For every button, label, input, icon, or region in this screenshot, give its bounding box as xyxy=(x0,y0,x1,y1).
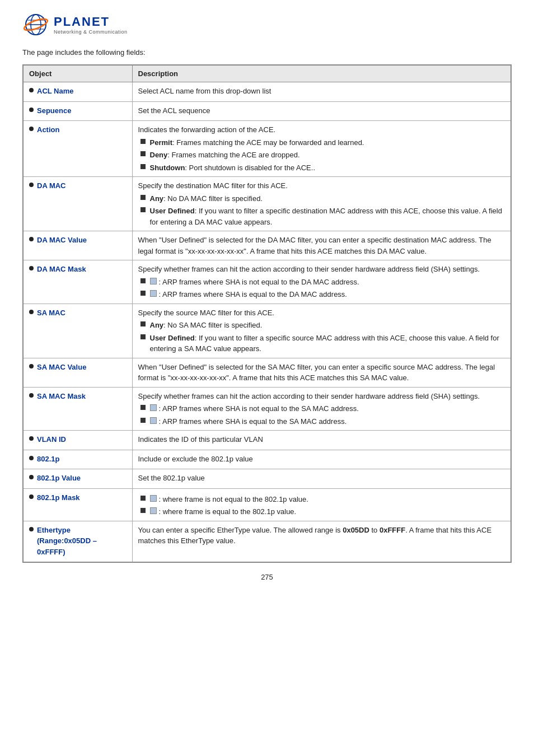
logo-planet-text: PLANET xyxy=(54,15,128,29)
obj-label: SA MAC xyxy=(37,307,65,319)
desc-sub: Deny: Frames matching the ACE are droppe… xyxy=(138,150,505,161)
logo-tagline-text: Networking & Communication xyxy=(54,29,128,35)
bullet-dot xyxy=(29,266,34,270)
object-cell: DA MAC Value xyxy=(23,231,132,260)
desc-sub-text: Deny: Frames matching the ACE are droppe… xyxy=(150,150,300,161)
desc-sub-text: User Defined: If you want to filter a sp… xyxy=(150,333,505,354)
table-row: Ethertype(Range:0x05DD –0xFFFF) You can … xyxy=(23,521,511,562)
bullet-dot xyxy=(29,108,34,112)
description-cell: Specify whether frames can hit the actio… xyxy=(132,387,511,431)
bullet-item: SA MAC Mask xyxy=(29,391,127,402)
bullet-item: SA MAC xyxy=(29,307,127,319)
description-cell: Specify whether frames can hit the actio… xyxy=(132,260,511,304)
desc-sub: User Defined: If you want to filter a sp… xyxy=(138,206,505,227)
square-bullet xyxy=(140,418,146,423)
table-row: VLAN ID Indicates the ID of this particu… xyxy=(23,431,511,450)
bullet-dot xyxy=(29,364,34,368)
bullet-item: SA MAC Value xyxy=(29,362,127,373)
desc-main: Indicates the forwarding action of the A… xyxy=(138,124,505,136)
obj-label: Ethertype(Range:0x05DD –0xFFFF) xyxy=(37,525,97,558)
page-number: 275 xyxy=(22,573,512,581)
object-cell: Ethertype(Range:0x05DD –0xFFFF) xyxy=(23,521,132,562)
color-indicator xyxy=(150,507,157,514)
color-box-wrap: : ARP frames where SHA is not equal to t… xyxy=(150,403,359,414)
square-bullet xyxy=(140,195,146,200)
object-cell: SA MAC xyxy=(23,304,132,358)
square-bullet xyxy=(140,164,146,169)
bullet-item: DA MAC Mask xyxy=(29,264,127,275)
description-cell: Select ACL name from this drop-down list xyxy=(132,82,511,102)
description-cell: Indicates the ID of this particular VLAN xyxy=(132,431,511,450)
square-bullet xyxy=(140,278,146,283)
table-row: 802.1p Include or exclude the 802.1p val… xyxy=(23,450,511,469)
bullet-item: ACL Name xyxy=(29,86,127,97)
desc-sub-text: Any: No SA MAC filter is specified. xyxy=(150,320,263,331)
color-box-wrap: : ARP frames where SHA is equal to the D… xyxy=(150,289,347,300)
color-indicator xyxy=(150,404,157,411)
description-cell: Specify the destination MAC filter for t… xyxy=(132,177,511,231)
desc-sub: : ARP frames where SHA is not equal to t… xyxy=(138,277,505,288)
description-cell: : where frame is not equal to the 802.1p… xyxy=(132,488,511,521)
color-box-wrap: : ARP frames where SHA is not equal to t… xyxy=(150,277,359,288)
bullet-item: 802.1p Value xyxy=(29,473,127,484)
square-bullet xyxy=(140,496,146,501)
bullet-dot xyxy=(29,237,34,241)
desc-main: Specify whether frames can hit the actio… xyxy=(138,264,505,275)
square-bullet xyxy=(140,405,146,410)
square-bullet xyxy=(140,334,146,339)
logo-icon xyxy=(22,11,49,38)
table-row: Action Indicates the forwarding action o… xyxy=(23,121,511,177)
desc-sub: : ARP frames where SHA is equal to the S… xyxy=(138,416,505,427)
color-box-wrap: : where frame is not equal to the 802.1p… xyxy=(150,494,308,505)
bullet-dot xyxy=(29,475,34,479)
bullet-item: 802.1p xyxy=(29,454,127,465)
desc-sub: : ARP frames where SHA is equal to the D… xyxy=(138,289,505,300)
obj-label: VLAN ID xyxy=(37,434,66,445)
desc-sub: : where frame is not equal to the 802.1p… xyxy=(138,494,505,505)
logo: PLANET Networking & Communication xyxy=(22,11,128,38)
description-cell: Set the 802.1p value xyxy=(132,469,511,489)
description-cell: When "User Defined" is selected for the … xyxy=(132,358,511,387)
description-cell: Specify the source MAC filter for this A… xyxy=(132,304,511,358)
object-cell: Action xyxy=(23,121,132,177)
square-bullet xyxy=(140,291,146,296)
color-indicator xyxy=(150,278,157,284)
bullet-dot xyxy=(29,393,34,398)
square-bullet xyxy=(140,207,146,212)
desc-sub: Permit: Frames matching the ACE may be f… xyxy=(138,137,505,148)
object-cell: Sepuence xyxy=(23,101,132,121)
description-cell: Set the ACL sequence xyxy=(132,101,511,121)
col-description: Description xyxy=(132,65,511,82)
obj-label: 802.1p Mask xyxy=(37,492,80,503)
obj-label: Sepuence xyxy=(37,105,71,116)
object-cell: DA MAC Mask xyxy=(23,260,132,304)
obj-label: SA MAC Mask xyxy=(37,391,86,402)
table-header-row: Object Description xyxy=(23,65,511,82)
logo-text: PLANET Networking & Communication xyxy=(54,15,128,35)
obj-label: ACL Name xyxy=(37,86,74,97)
desc-sub: : where frame is equal to the 802.1p val… xyxy=(138,506,505,517)
table-row: ACL Name Select ACL name from this drop-… xyxy=(23,82,511,102)
desc-sub-text: User Defined: If you want to filter a sp… xyxy=(150,206,505,227)
table-row: DA MAC Mask Specify whether frames can h… xyxy=(23,260,511,304)
description-cell: When "User Defined" is selected for the … xyxy=(132,231,511,260)
col-object: Object xyxy=(23,65,132,82)
object-cell: 802.1p Mask xyxy=(23,488,132,521)
object-cell: SA MAC Mask xyxy=(23,387,132,431)
ethertype-min: 0x05DD xyxy=(343,526,369,534)
description-cell: Indicates the forwarding action of the A… xyxy=(132,121,511,177)
desc-sub: : ARP frames where SHA is not equal to t… xyxy=(138,403,505,414)
table-row: SA MAC Mask Specify whether frames can h… xyxy=(23,387,511,431)
table-row: 802.1p Value Set the 802.1p value xyxy=(23,469,511,489)
bullet-item: DA MAC xyxy=(29,180,127,192)
table-row: SA MAC Specify the source MAC filter for… xyxy=(23,304,511,358)
object-cell: SA MAC Value xyxy=(23,358,132,387)
bullet-item: 802.1p Mask xyxy=(29,492,127,503)
intro-text: The page includes the following fields: xyxy=(22,48,512,57)
bullet-item: Action xyxy=(29,124,127,136)
bullet-item: DA MAC Value xyxy=(29,235,127,246)
obj-label: DA MAC Mask xyxy=(37,264,86,275)
desc-sub-text: Shutdown: Port shutdown is disabled for … xyxy=(150,162,316,174)
color-box-wrap: : ARP frames where SHA is equal to the S… xyxy=(150,416,347,427)
color-indicator xyxy=(150,495,157,502)
